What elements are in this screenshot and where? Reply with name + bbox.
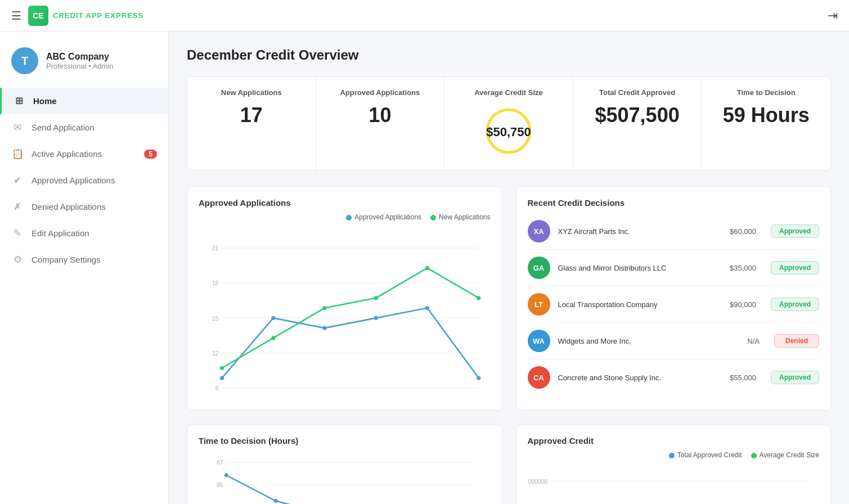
svg-point-23 <box>220 366 224 370</box>
decision-avatar: XA <box>528 220 550 242</box>
svg-point-20 <box>374 316 378 320</box>
sidebar-item-label: Active Applications <box>32 149 102 159</box>
user-info: ABC Company Professional • Admin <box>46 52 113 70</box>
approved-credit-chart: Approved Credit Total Approved CreditAve… <box>516 424 832 504</box>
approved-chart-title: Approved Applications <box>199 198 491 208</box>
decisions-title: Recent Credit Decisions <box>528 198 820 208</box>
logout-icon[interactable]: ⇥ <box>828 8 838 23</box>
svg-point-22 <box>477 376 480 380</box>
svg-point-45 <box>224 473 228 477</box>
approved-applications-icon: ✔ <box>11 174 24 186</box>
svg-point-27 <box>425 266 429 270</box>
avatar: T <box>11 47 38 74</box>
sidebar-item-active-applications[interactable]: 📋 Active Applications 5 <box>0 141 168 167</box>
user-name: ABC Company <box>46 52 113 62</box>
sidebar-item-send-application[interactable]: ✉ Send Application <box>0 114 168 141</box>
bottom-charts-row: Time to Decision (Hours) 6263656667JulyA… <box>187 424 831 504</box>
stat-approved-applications: Approved Applications 10 <box>316 77 445 170</box>
approved-chart-legend: Approved ApplicationsNew Applications <box>199 213 491 221</box>
sidebar-item-approved-applications[interactable]: ✔ Approved Applications <box>0 167 168 194</box>
ttd-title: Time to Decision (Hours) <box>199 436 491 446</box>
decision-row[interactable]: LT Local Transportation Company $90,000 … <box>528 286 820 323</box>
approved-credit-legend: Total Approved CreditAverage Credit Size <box>528 451 820 459</box>
sidebar-item-label: Denied Applications <box>32 202 106 212</box>
user-section: T ABC Company Professional • Admin <box>0 40 168 88</box>
decision-status: Denied <box>774 334 819 348</box>
svg-point-26 <box>374 296 378 300</box>
legend-item: New Applications <box>430 213 490 221</box>
sidebar-item-home[interactable]: ⊞ Home <box>0 88 168 114</box>
decision-avatar: LT <box>528 293 550 316</box>
legend-item: Average Credit Size <box>751 451 820 459</box>
svg-point-18 <box>271 316 275 320</box>
decisions-list: XA XYZ Aircraft Parts Inc. $60,000 Appro… <box>528 213 820 395</box>
decision-amount: $90,000 <box>717 300 756 309</box>
approved-chart-svg: 912151821JulyAugustSeptemberOctoberNovem… <box>199 228 491 399</box>
main-content: December Credit Overview New Application… <box>169 32 849 504</box>
sidebar-item-label: Company Settings <box>32 255 101 264</box>
stat-time-to-decision: Time to Decision 59 Hours <box>702 77 830 170</box>
decision-row[interactable]: GA Glass and Mirror Distributors LLC $35… <box>528 250 820 286</box>
sidebar-item-label: Approved Applications <box>32 176 115 185</box>
sidebar-item-label: Edit Application <box>32 228 89 238</box>
svg-text:15: 15 <box>212 316 219 322</box>
svg-point-46 <box>274 499 278 503</box>
ttd-chart: Time to Decision (Hours) 6263656667JulyA… <box>187 424 502 504</box>
logo: CE CREDIT APP EXPRESS <box>28 6 143 26</box>
svg-text:1000000: 1000000 <box>528 479 547 485</box>
decision-row[interactable]: XA XYZ Aircraft Parts Inc. $60,000 Appro… <box>528 213 820 250</box>
decision-name: Local Transportation Company <box>558 300 709 309</box>
stat-value: 17 <box>196 104 307 127</box>
legend-item: Total Approved Credit <box>669 451 742 459</box>
denied-applications-icon: ✗ <box>11 201 24 213</box>
decision-row[interactable]: CA Concrete and Stone Supply Inc. $55,00… <box>528 359 820 395</box>
stat-value: $507,500 <box>582 104 693 127</box>
stat-label: Approved Applications <box>325 88 435 97</box>
sidebar-item-company-settings[interactable]: ⚙ Company Settings <box>0 246 168 273</box>
svg-text:21: 21 <box>212 245 219 251</box>
stats-row: New Applications 17 Approved Application… <box>187 76 831 170</box>
stat-value: $50,750 <box>486 125 531 140</box>
active-applications-icon: 📋 <box>11 148 24 160</box>
svg-text:66: 66 <box>217 482 223 488</box>
sidebar-item-label: Send Application <box>32 123 95 132</box>
company-settings-icon: ⚙ <box>11 254 24 266</box>
svg-text:12: 12 <box>212 350 219 357</box>
decision-avatar: WA <box>528 330 550 352</box>
sidebar-item-denied-applications[interactable]: ✗ Denied Applications <box>0 194 168 220</box>
svg-point-24 <box>271 336 275 340</box>
decision-amount: N/A <box>720 337 760 345</box>
home-icon: ⊞ <box>13 95 25 107</box>
stat-label: Average Credit Size <box>453 88 564 97</box>
decision-row[interactable]: WA Widgets and More Inc, N/A Denied <box>528 323 820 359</box>
page-title: December Credit Overview <box>187 47 831 63</box>
top-nav: ☰ CE CREDIT APP EXPRESS ⇥ <box>0 0 849 32</box>
decision-avatar: GA <box>528 256 550 279</box>
decision-amount: $60,000 <box>717 227 756 236</box>
user-role: Professional • Admin <box>46 62 113 70</box>
decision-name: Concrete and Stone Supply Inc. <box>558 374 709 382</box>
svg-point-17 <box>220 376 224 380</box>
sidebar-item-edit-application[interactable]: ✎ Edit Application <box>0 220 168 246</box>
svg-point-21 <box>425 306 429 310</box>
decision-name: XYZ Aircraft Parts Inc. <box>558 227 709 236</box>
approved-applications-chart: Approved Applications Approved Applicati… <box>187 186 502 411</box>
ttd-svg-wrap: 6263656667JulyAugustSeptemberOctoberNove… <box>199 451 491 504</box>
stat-value: 59 Hours <box>711 104 821 127</box>
decision-status: Approved <box>771 224 819 238</box>
stat-value: 10 <box>325 104 435 127</box>
svg-point-19 <box>322 326 326 330</box>
logo-icon: CE <box>28 6 48 26</box>
svg-text:67: 67 <box>217 460 223 466</box>
approved-credit-title: Approved Credit <box>528 436 820 446</box>
stat-average-credit-size: Average Credit Size $50,750 <box>444 77 573 170</box>
svg-text:18: 18 <box>212 280 219 286</box>
badge-active-applications: 5 <box>144 150 157 159</box>
nav-left: ☰ CE CREDIT APP EXPRESS <box>11 6 143 26</box>
decision-status: Approved <box>771 371 819 384</box>
charts-decisions-row: Approved Applications Approved Applicati… <box>187 186 831 411</box>
stat-total-credit-approved: Total Credit Approved $507,500 <box>573 77 702 170</box>
hamburger-icon[interactable]: ☰ <box>11 9 21 22</box>
svg-point-25 <box>322 306 326 310</box>
nav-list: ⊞ Home ✉ Send Application 📋 Active Appli… <box>0 88 168 273</box>
